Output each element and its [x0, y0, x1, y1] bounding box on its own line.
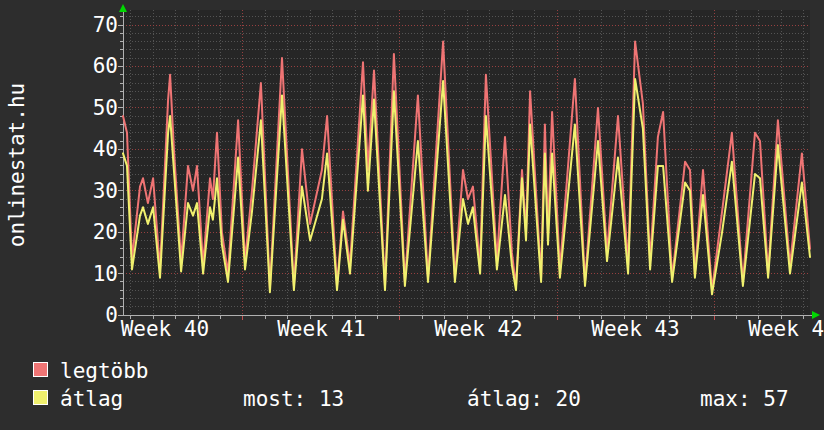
x-axis-label: Week 43	[556, 318, 716, 340]
x-axis-label: Week 41	[241, 318, 401, 340]
legend-label-legtobb: legtöbb	[60, 361, 149, 382]
rrd-graph: onlinestat.hu legtöbb átlag most: 13 átl…	[0, 0, 824, 430]
x-axis-label: Week 44	[713, 318, 824, 340]
y-axis-label: 10	[40, 263, 118, 285]
stat-most: most: 13	[243, 389, 344, 410]
y-axis-label: 40	[40, 138, 118, 160]
y-axis-label: 50	[40, 97, 118, 119]
stat-max: max: 57	[700, 389, 789, 410]
legend-swatch-atlag	[33, 390, 48, 405]
stat-max-label: max:	[700, 387, 751, 411]
legend-label-atlag: átlag	[60, 389, 123, 410]
stat-most-label: most:	[243, 387, 306, 411]
x-axis-label: Week 40	[85, 318, 245, 340]
y-axis-label: 20	[40, 221, 118, 243]
x-axis-label: Week 42	[398, 318, 558, 340]
stat-most-value: 13	[319, 387, 344, 411]
y-axis-arrow-icon	[119, 4, 127, 12]
y-axis-label: 60	[40, 55, 118, 77]
stat-atlag-value: 20	[556, 387, 581, 411]
stat-max-value: 57	[763, 387, 788, 411]
stat-atlag-label: átlag:	[467, 387, 543, 411]
stat-atlag: átlag: 20	[467, 389, 581, 410]
y-axis-label: 30	[40, 180, 118, 202]
y-axis-label: 70	[40, 14, 118, 36]
legend-swatch-legtobb	[33, 362, 48, 377]
